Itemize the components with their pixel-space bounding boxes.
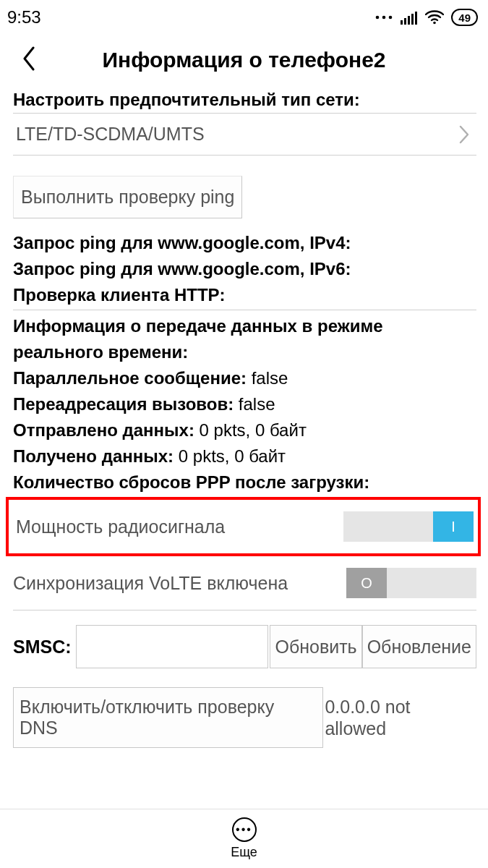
content-area: Настроить предпочтительный тип сети: LTE… <box>0 85 488 809</box>
svg-rect-3 <box>401 20 403 25</box>
status-bar: 9:53 49 <box>0 0 488 35</box>
network-type-label: Настроить предпочтительный тип сети: <box>13 90 476 110</box>
highlighted-row: Мощность радиосигнала I <box>6 497 481 556</box>
chevron-right-icon <box>459 125 469 144</box>
volte-toggle[interactable]: O <box>346 568 476 598</box>
cellular-signal-icon <box>401 10 418 25</box>
ping-ipv6-line: Запрос ping для www.google.com, IPv6: <box>13 256 476 282</box>
svg-rect-6 <box>411 14 414 25</box>
status-time: 9:53 <box>7 7 41 27</box>
ppp-resets-line: Количество сбросов PPP после загрузки: <box>13 469 476 495</box>
back-button[interactable] <box>22 46 36 74</box>
title-bar: Информация о телефоне2 <box>0 35 488 85</box>
radio-power-label: Мощность радиосигнала <box>16 516 225 537</box>
network-type-value: LTE/TD-SCDMA/UMTS <box>16 124 205 145</box>
radio-power-toggle[interactable]: I <box>343 511 474 542</box>
divider <box>13 310 476 310</box>
http-check-line: Проверка клиента HTTP: <box>13 282 476 308</box>
network-type-selector[interactable]: LTE/TD-SCDMA/UMTS <box>13 113 476 156</box>
volte-row: Синхронизация VoLTE включена O <box>13 556 476 610</box>
toggle-knob-off: O <box>346 568 387 598</box>
more-dots-icon <box>374 14 393 21</box>
svg-point-8 <box>434 22 437 25</box>
ping-test-button[interactable]: Выполнить проверку ping <box>13 176 242 218</box>
smsc-input[interactable] <box>76 625 269 668</box>
svg-point-2 <box>389 16 393 20</box>
more-options-icon[interactable]: ••• <box>232 817 257 842</box>
battery-indicator: 49 <box>451 9 478 26</box>
data-recv-line: Получено данных: 0 pkts, 0 байт <box>13 443 476 469</box>
svg-rect-5 <box>408 16 410 25</box>
smsc-update-button[interactable]: Обновить <box>270 625 361 668</box>
data-sent-line: Отправлено данных: 0 pkts, 0 байт <box>13 417 476 443</box>
svg-point-1 <box>382 16 386 20</box>
concurrent-msg-line: Параллельное сообщение: false <box>13 365 476 391</box>
toggle-knob-on: I <box>433 511 474 542</box>
more-options-label: Еще <box>231 845 257 860</box>
wifi-icon <box>425 10 444 25</box>
smsc-refresh-button[interactable]: Обновление <box>362 625 476 668</box>
page-title: Информация о телефоне2 <box>102 48 385 72</box>
dns-status-text: 0.0.0.0 not allowed <box>325 696 476 739</box>
svg-rect-7 <box>415 12 417 25</box>
bottom-bar: ••• Еще <box>0 809 488 868</box>
ping-ipv4-line: Запрос ping для www.google.com, IPv4: <box>13 230 476 256</box>
smsc-label: SMSC: <box>13 637 74 658</box>
radio-power-row: Мощность радиосигнала I <box>16 500 474 553</box>
volte-label: Синхронизация VoLTE включена <box>13 573 288 594</box>
smsc-row: SMSC: Обновить Обновление <box>13 625 476 668</box>
realtime-data-label: Информация о передаче данных в режиме ре… <box>13 313 476 365</box>
dns-row: Включить/отключить проверку DNS 0.0.0.0 … <box>13 687 476 748</box>
svg-rect-4 <box>404 18 406 25</box>
dns-toggle-button[interactable]: Включить/отключить проверку DNS <box>13 687 323 748</box>
call-forward-line: Переадресация вызовов: false <box>13 391 476 417</box>
svg-point-0 <box>376 16 380 20</box>
status-icons: 49 <box>374 9 478 26</box>
